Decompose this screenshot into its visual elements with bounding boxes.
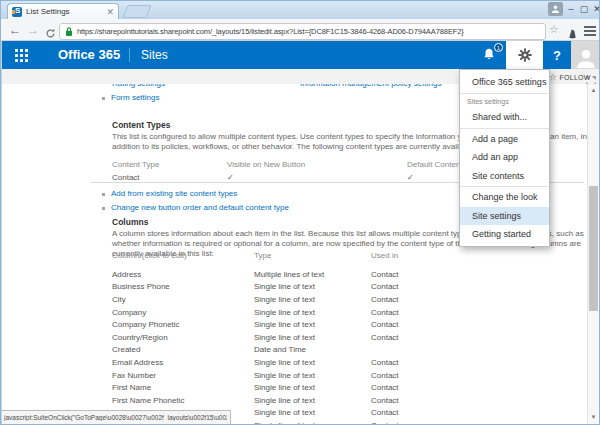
column-row: Company Phonetic Single line of text Con… (112, 318, 584, 331)
menu-item-site-contents[interactable]: Site contents (460, 167, 549, 186)
column-used-in: Contact (371, 383, 584, 392)
browser-profile-icon[interactable] (548, 2, 563, 16)
column-used-in: Contact (371, 282, 584, 291)
menu-item-office365-settings[interactable]: Office 365 settings (460, 72, 549, 92)
app-launcher-button[interactable] (2, 41, 40, 69)
tab-title: List Settings (26, 7, 104, 16)
menu-item-add-a-page[interactable]: Add a page (460, 130, 549, 149)
column-type: Single line of text (254, 396, 371, 405)
menu-group-sites-settings: Sites settings (460, 95, 549, 108)
column-name-link[interactable]: Country/Region (112, 333, 254, 342)
bookmark-star-icon[interactable]: ☆ (549, 23, 559, 36)
column-type: Single line of text (254, 383, 371, 392)
person-icon (551, 4, 560, 14)
column-row: Business Phone Single line of text Conta… (112, 281, 584, 294)
column-name-link[interactable]: Email Address (112, 358, 254, 367)
browser-tab[interactable]: S List Settings ✕ (7, 3, 119, 19)
menu-item-site-settings[interactable]: Site settings (460, 207, 549, 226)
rating-settings-link[interactable]: Rating settings (112, 84, 165, 88)
column-name-link[interactable]: First Name (112, 383, 254, 392)
list-bullet (102, 207, 105, 210)
column-type: Multiple lines of text (254, 270, 371, 279)
tab-close-icon[interactable]: ✕ (106, 8, 114, 16)
column-used-in: Contact (371, 270, 584, 279)
follow-star-icon: ☆ (549, 72, 557, 82)
settings-dropdown-menu: Office 365 settings Sites settings Share… (459, 69, 550, 247)
window-minimize-button[interactable]: – (565, 1, 577, 17)
column-row: Country/Region Single line of text Conta… (112, 331, 584, 344)
column-type: Single line of text (254, 421, 371, 425)
column-used-in: Contact (371, 295, 584, 304)
column-name-link[interactable]: Address (112, 270, 254, 279)
office365-brand[interactable]: Office 365 (58, 47, 120, 62)
content-types-heading: Content Types (112, 120, 170, 130)
column-type: Single line of text (254, 333, 371, 342)
forward-button[interactable]: → (27, 23, 39, 37)
column-name-link[interactable]: Company (112, 308, 254, 317)
ct-header-content-type: Content Type (112, 160, 227, 169)
column-used-in: Contact (371, 358, 584, 367)
follow-button[interactable]: ☆ FOLLOW (549, 72, 591, 82)
person-icon (576, 47, 596, 69)
settings-gear-button[interactable] (506, 41, 543, 69)
ct-header-visible: Visible on New Button (227, 160, 407, 169)
column-type: Single line of text (254, 371, 371, 380)
menu-item-shared-with[interactable]: Shared with... (460, 108, 549, 127)
waffle-icon (15, 49, 28, 62)
column-name-link[interactable]: First Name Phonetic (112, 396, 254, 405)
browser-window: S List Settings ✕ – ▢ ✕ ← → https://shar… (0, 0, 600, 425)
change-new-button-order-link[interactable]: Change new button order and default cont… (111, 203, 289, 212)
menu-item-getting-started[interactable]: Getting started (460, 225, 549, 244)
status-bar-text: javascript:SuiteOnClick("GoToPage\u0028\… (4, 414, 227, 421)
column-used-in: Contact (371, 421, 584, 425)
window-close-button[interactable]: ✕ (591, 1, 600, 17)
col-header-name: Column (click to edit) (112, 251, 254, 260)
column-row: City Single line of text Contact (112, 293, 584, 306)
notification-badge: 1 (494, 43, 503, 52)
scrollbar-down-arrow[interactable]: ▼ (589, 413, 598, 422)
menu-item-add-an-app[interactable]: Add an app (460, 148, 549, 167)
column-row: Created Date and Time (112, 344, 584, 357)
help-button[interactable]: ? (543, 41, 571, 69)
content-type-name-link[interactable]: Contact (112, 173, 227, 182)
padlock-icon (65, 26, 73, 37)
add-from-existing-content-types-link[interactable]: Add from existing site content types (111, 189, 237, 198)
menu-divider (460, 128, 549, 129)
window-maximize-button[interactable]: ▢ (578, 1, 590, 17)
info-mgmt-policy-settings-link[interactable]: Information management policy settings (300, 84, 441, 88)
column-type: Single line of text (254, 282, 371, 291)
suitebar-nav-sites[interactable]: Sites (141, 48, 168, 62)
col-header-used-in: Used in (371, 251, 584, 260)
url-text: https://sharepointtutorials.sharepoint.c… (77, 27, 464, 36)
column-row: Fax Number Single line of text Contact (112, 369, 584, 382)
column-used-in: Contact (371, 320, 584, 329)
column-used-in: Contact (371, 408, 584, 417)
back-button[interactable]: ← (9, 23, 21, 37)
columns-table: Column (click to edit) Type Used in Addr… (112, 251, 584, 425)
column-type: Single line of text (254, 358, 371, 367)
column-name-link[interactable]: City (112, 295, 254, 304)
user-avatar[interactable] (571, 41, 600, 69)
menu-divider (460, 186, 549, 187)
column-row: Address Multiple lines of text Contact (112, 268, 584, 281)
list-bullet (102, 193, 105, 196)
menu-divider (460, 93, 549, 94)
column-name-link[interactable]: Business Phone (112, 282, 254, 291)
browser-menu-icon[interactable] (584, 26, 596, 36)
column-type: Single line of text (254, 295, 371, 304)
menu-item-change-the-look[interactable]: Change the look (460, 188, 549, 207)
column-name-link[interactable]: Fax Number (112, 371, 254, 380)
column-type: Single line of text (254, 408, 371, 417)
link-status-bar: javascript:SuiteOnClick("GoToPage\u0028\… (1, 410, 231, 425)
column-name-link[interactable]: Created (112, 345, 254, 354)
scrollbar-thumb[interactable] (589, 186, 598, 311)
scrollbar-up-arrow[interactable]: ▲ (589, 86, 598, 95)
column-used-in: Contact (371, 371, 584, 380)
address-bar[interactable]: https://sharepointtutorials.sharepoint.c… (59, 23, 546, 40)
column-type: Date and Time (254, 345, 371, 354)
column-name-link[interactable]: Company Phonetic (112, 320, 254, 329)
suitebar-separator (129, 48, 130, 62)
column-row: First Name Single line of text Contact (112, 381, 584, 394)
column-used-in: Contact (371, 333, 584, 342)
form-settings-link[interactable]: Form settings (111, 93, 159, 102)
